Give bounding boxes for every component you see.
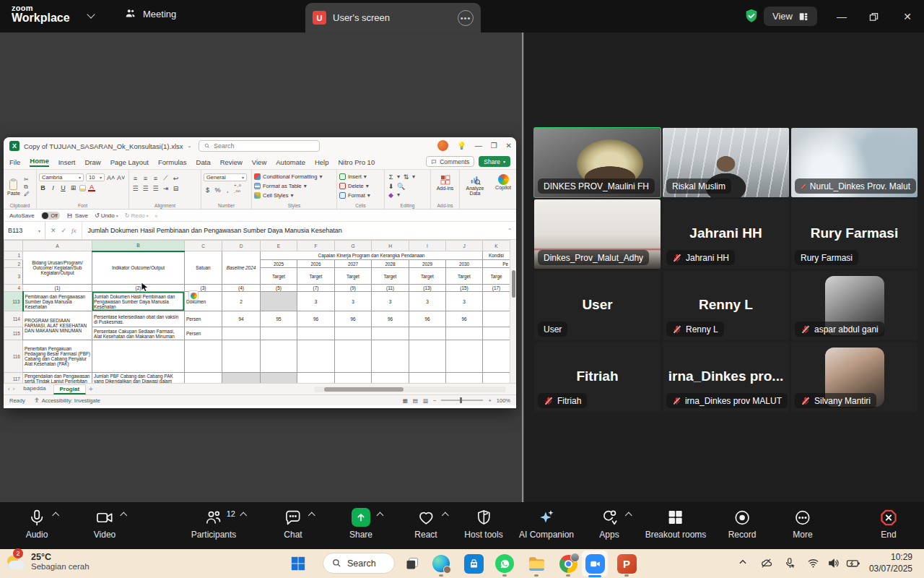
- fill-button[interactable]: ⬇: [387, 183, 395, 190]
- align-bottom-icon[interactable]: ≡: [152, 175, 160, 182]
- menu-home[interactable]: Home: [30, 157, 48, 167]
- column-header-H[interactable]: H: [372, 241, 409, 251]
- mic-in-use-icon[interactable]: [784, 557, 796, 572]
- autosave-toggle[interactable]: Off: [41, 212, 60, 220]
- copy-icon[interactable]: ⧉: [24, 184, 30, 190]
- cell[interactable]: [261, 340, 297, 373]
- number-format-dropdown[interactable]: General▾: [204, 173, 247, 181]
- normal-view-icon[interactable]: ▦: [403, 397, 408, 404]
- zoom-app-button[interactable]: [584, 553, 606, 574]
- host-tools-button[interactable]: Host tools: [464, 506, 502, 540]
- participant-tile-fitriah[interactable]: FitriahFitriah: [534, 342, 661, 412]
- comma-icon[interactable]: ,: [224, 186, 232, 194]
- end-button[interactable]: End: [880, 506, 898, 540]
- zoom-slider[interactable]: [441, 400, 483, 401]
- cell[interactable]: (15): [446, 285, 483, 292]
- cell[interactable]: [483, 292, 510, 311]
- formula-bar-expand-icon[interactable]: ⌃: [503, 222, 516, 239]
- fx-icon[interactable]: fx: [71, 227, 77, 234]
- cell[interactable]: Persentase ketersediaan obat dan vaksin …: [92, 311, 185, 327]
- column-header-A[interactable]: A: [23, 241, 92, 251]
- cell[interactable]: 2025: [261, 260, 297, 268]
- menu-data[interactable]: Data: [196, 158, 211, 166]
- delete-cells-button[interactable]: Delete▾: [339, 181, 382, 191]
- cell[interactable]: 3: [446, 292, 483, 311]
- cell[interactable]: 2027: [335, 260, 372, 268]
- file-explorer-button[interactable]: [526, 553, 547, 574]
- chevron-up-icon[interactable]: [52, 512, 59, 519]
- menu-insert[interactable]: Insert: [58, 158, 76, 166]
- view-button[interactable]: View: [764, 7, 817, 26]
- breakout-rooms-button[interactable]: Breakout rooms: [645, 506, 707, 540]
- chevron-up-icon[interactable]: [442, 512, 449, 519]
- undo-button[interactable]: ↺ Undo ▾: [95, 212, 118, 219]
- chevron-up-icon[interactable]: [377, 512, 384, 519]
- align-center-icon[interactable]: ☰: [141, 185, 149, 192]
- participant-tile-aspar-abdul-gani[interactable]: aspar abdul gani: [791, 271, 918, 340]
- cell[interactable]: (13): [409, 285, 446, 292]
- cell[interactable]: (5): [261, 285, 297, 292]
- cell[interactable]: 96: [335, 311, 372, 327]
- cell[interactable]: 96: [446, 311, 483, 327]
- cell[interactable]: [483, 327, 510, 340]
- taskbar-search[interactable]: Search: [323, 553, 395, 574]
- paste-button[interactable]: Paste: [6, 178, 22, 197]
- cell[interactable]: [335, 327, 372, 340]
- increase-font-icon[interactable]: A˄: [107, 174, 115, 181]
- cell[interactable]: (4): [222, 285, 261, 292]
- tab-users-screen[interactable]: U User's screen •••: [305, 3, 481, 33]
- ai-companion-button[interactable]: AI Companion: [519, 506, 574, 540]
- cell[interactable]: 2028: [372, 260, 409, 268]
- column-header-G[interactable]: G: [335, 241, 372, 251]
- copilot-cell-icon[interactable]: [188, 290, 199, 301]
- decrease-font-icon[interactable]: A˅: [117, 174, 125, 181]
- conditional-formatting-button[interactable]: Conditional Formatting▾: [254, 172, 334, 181]
- save-button[interactable]: Save: [66, 212, 88, 219]
- align-left-icon[interactable]: ☰: [131, 185, 139, 192]
- cell[interactable]: Target: [409, 268, 446, 285]
- excel-search-box[interactable]: Search: [199, 140, 320, 152]
- fill-color-button[interactable]: [79, 185, 86, 191]
- tab-meeting[interactable]: Meeting: [124, 7, 176, 20]
- find-select-button[interactable]: 🔍: [397, 183, 405, 190]
- sheet-next-icon[interactable]: ›: [13, 386, 15, 392]
- accessibility-status[interactable]: Accessibility: Investigate: [34, 397, 100, 404]
- add-sheet-icon[interactable]: +: [89, 385, 93, 393]
- decimal-icons[interactable]: ⁺·⁰ ·⁰⁰: [234, 184, 249, 196]
- excel-restore-icon[interactable]: ❐: [491, 142, 497, 150]
- vertical-scrollbar-thumb[interactable]: [512, 270, 515, 298]
- cell[interactable]: Pe: [483, 260, 510, 268]
- participant-tile-jahrani-hh[interactable]: Jahrani HHJahrani HH: [663, 199, 789, 269]
- align-right-icon[interactable]: ☰: [152, 185, 160, 192]
- taskbar-clock[interactable]: 10:29 03/07/2025: [869, 552, 912, 574]
- insert-cells-button[interactable]: Insert▾: [339, 172, 382, 181]
- participant-tile-user[interactable]: UserUser: [534, 271, 661, 340]
- account-avatar[interactable]: [437, 140, 448, 151]
- menu-formulas[interactable]: Formulas: [158, 158, 187, 166]
- column-header-I[interactable]: I: [409, 241, 446, 251]
- minimize-button[interactable]: —: [832, 9, 852, 25]
- cell[interactable]: 96: [372, 311, 409, 327]
- share-button[interactable]: Share: [349, 506, 372, 540]
- excel-share-button[interactable]: Share ▾: [479, 156, 510, 167]
- row-header-116[interactable]: 116: [4, 340, 23, 373]
- horizontal-scrollbar[interactable]: [314, 387, 506, 392]
- audio-button[interactable]: Audio: [26, 506, 48, 540]
- horizontal-scrollbar-thumb[interactable]: [324, 387, 404, 392]
- format-painter-icon[interactable]: 🖉: [24, 191, 30, 197]
- column-header-B[interactable]: B: [92, 241, 185, 251]
- cell[interactable]: Persentase Cakupan Sediaan Farmasi, Alat…: [92, 327, 185, 340]
- sheet-prev-icon[interactable]: ‹: [8, 386, 10, 392]
- font-name-dropdown[interactable]: Cambria▾: [39, 173, 84, 181]
- cell[interactable]: [92, 340, 185, 373]
- cancel-entry-icon[interactable]: ✕: [51, 227, 56, 234]
- cell[interactable]: Jumlah Dokumen Hasil Pembinaan dan Penga…: [92, 292, 185, 311]
- cell[interactable]: [446, 327, 483, 340]
- record-button[interactable]: Record: [728, 506, 757, 540]
- cell[interactable]: Target: [446, 268, 483, 285]
- cell[interactable]: (11): [372, 285, 409, 292]
- zoom-out-icon[interactable]: −: [433, 397, 436, 404]
- cell[interactable]: [297, 327, 335, 340]
- cell[interactable]: (1): [23, 285, 92, 292]
- chevron-up-icon[interactable]: [121, 512, 128, 519]
